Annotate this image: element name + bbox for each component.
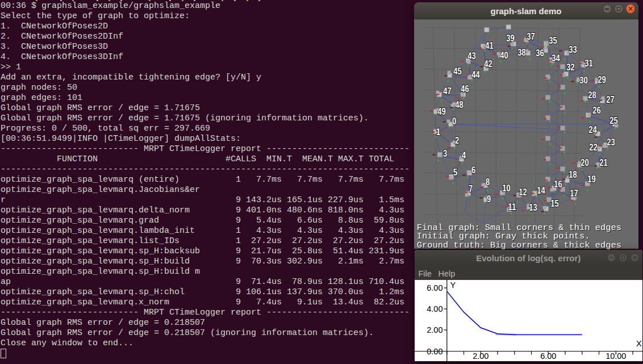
svg-text:26: 26 bbox=[592, 104, 600, 115]
svg-text:10.00: 10.00 bbox=[606, 352, 626, 361]
svg-text:0: 0 bbox=[452, 115, 456, 126]
svg-text:18: 18 bbox=[569, 169, 577, 179]
svg-text:43: 43 bbox=[467, 50, 475, 61]
svg-text:38: 38 bbox=[517, 47, 525, 57]
svg-text:X: X bbox=[636, 339, 642, 348]
svg-text:12: 12 bbox=[519, 186, 527, 197]
svg-text:2: 2 bbox=[454, 135, 458, 145]
svg-text:36: 36 bbox=[536, 47, 544, 58]
svg-text:48: 48 bbox=[455, 99, 463, 110]
svg-text:31: 31 bbox=[584, 57, 592, 68]
svg-text:22: 22 bbox=[589, 141, 597, 152]
svg-text:6: 6 bbox=[471, 164, 475, 175]
svg-text:8: 8 bbox=[485, 176, 489, 187]
svg-text:14: 14 bbox=[537, 185, 545, 195]
svg-text:5: 5 bbox=[453, 166, 457, 177]
svg-text:20: 20 bbox=[581, 157, 588, 168]
svg-text:27: 27 bbox=[606, 94, 614, 104]
svg-text:32: 32 bbox=[566, 61, 574, 72]
svg-text:13: 13 bbox=[529, 202, 537, 212]
svg-text:15: 15 bbox=[550, 198, 558, 208]
svg-text:42: 42 bbox=[484, 58, 492, 69]
svg-text:9: 9 bbox=[486, 193, 490, 204]
svg-text:33: 33 bbox=[569, 44, 577, 55]
svg-text:23: 23 bbox=[607, 136, 615, 147]
svg-text:44: 44 bbox=[471, 69, 480, 80]
svg-text:3: 3 bbox=[442, 148, 446, 158]
svg-text:16: 16 bbox=[554, 178, 562, 189]
svg-text:25: 25 bbox=[609, 115, 617, 125]
svg-text:40: 40 bbox=[500, 49, 508, 60]
svg-text:4.00: 4.00 bbox=[427, 304, 442, 313]
svg-text:4: 4 bbox=[461, 149, 466, 160]
svg-text:35: 35 bbox=[549, 35, 557, 45]
svg-text:21: 21 bbox=[599, 157, 607, 168]
svg-text:2.00: 2.00 bbox=[427, 325, 442, 334]
svg-text:0.00: 0.00 bbox=[427, 347, 442, 356]
svg-text:2.00: 2.00 bbox=[473, 352, 488, 361]
svg-text:30: 30 bbox=[579, 74, 587, 85]
svg-text:28: 28 bbox=[588, 89, 596, 100]
svg-text:29: 29 bbox=[598, 74, 606, 85]
svg-text:6.00: 6.00 bbox=[540, 352, 556, 361]
svg-text:19: 19 bbox=[587, 173, 595, 184]
svg-text:10: 10 bbox=[502, 182, 510, 193]
svg-text:6.00: 6.00 bbox=[427, 283, 442, 292]
svg-text:Y: Y bbox=[450, 281, 456, 290]
svg-text:49: 49 bbox=[437, 106, 445, 116]
svg-text:47: 47 bbox=[443, 85, 451, 96]
svg-text:46: 46 bbox=[461, 83, 469, 94]
svg-text:37: 37 bbox=[527, 31, 535, 41]
svg-text:7: 7 bbox=[468, 183, 472, 194]
svg-text:45: 45 bbox=[453, 65, 461, 76]
svg-text:34: 34 bbox=[552, 52, 560, 63]
svg-text:39: 39 bbox=[506, 32, 514, 43]
svg-text:11: 11 bbox=[508, 201, 516, 212]
svg-text:24: 24 bbox=[588, 124, 597, 135]
svg-text:17: 17 bbox=[570, 187, 578, 198]
svg-text:1: 1 bbox=[436, 126, 440, 137]
svg-text:41: 41 bbox=[485, 40, 493, 51]
